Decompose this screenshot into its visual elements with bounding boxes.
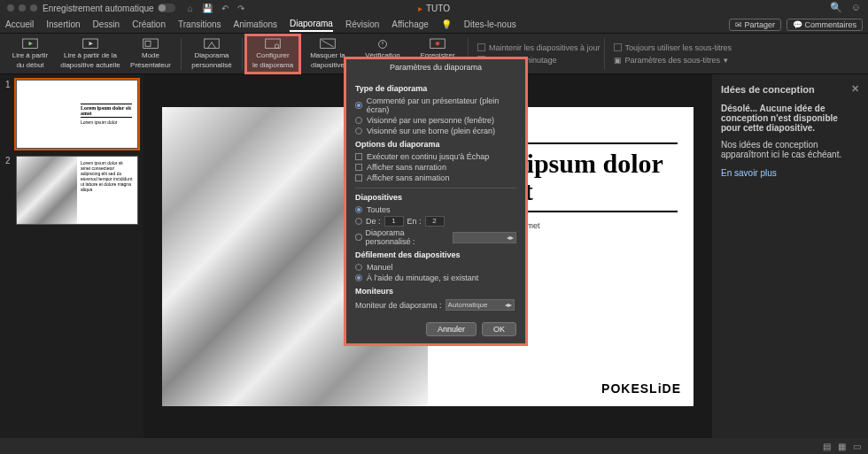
share-button[interactable]: ✉ Partager <box>729 19 781 31</box>
section-monitors: Moniteurs <box>355 287 516 296</box>
home-icon[interactable]: ⌂ <box>188 4 193 13</box>
opt-manual[interactable]: Manuel <box>355 262 516 273</box>
opt-individual[interactable]: Visionné par une personne (fenêtre) <box>355 115 516 126</box>
tab-insertion[interactable]: Insertion <box>46 18 80 31</box>
opt-custom[interactable]: Diaporama personnalisé :◂▸ <box>355 227 516 247</box>
subtitle-settings-button[interactable]: ▣Paramètres des sous-titres ▾ <box>614 56 732 65</box>
design-ideas-panel: Idées de conception✕ Désolé... Aucune id… <box>712 74 868 438</box>
smiley-icon[interactable]: ☺ <box>851 2 861 13</box>
opt-range[interactable]: De :1En :2 <box>355 215 516 227</box>
section-advance: Défilement des diapositives <box>355 250 516 259</box>
title-bar: Enregistrement automatique ⌂ 💾 ↶ ↷ ▸TUTO… <box>0 0 868 16</box>
setup-slideshow-button[interactable]: Configurerle diaporama <box>246 35 299 73</box>
close-panel-icon[interactable]: ✕ <box>851 83 859 95</box>
presenter-mode-button[interactable]: ModePrésentateur <box>124 35 177 73</box>
window-controls[interactable] <box>7 4 37 12</box>
cancel-button[interactable]: Annuler <box>426 322 477 336</box>
file-name: TUTO <box>426 4 450 13</box>
view-normal-icon[interactable]: ▦ <box>838 442 846 451</box>
tab-transitions[interactable]: Transitions <box>178 18 221 31</box>
thumb-number: 1 <box>5 80 12 149</box>
learn-more-link[interactable]: En savoir plus <box>721 168 859 178</box>
monitor-label: Moniteur de diaporama : <box>355 301 442 310</box>
tell-me[interactable]: Dites-le-nous <box>464 18 516 31</box>
slide-thumbnail-1[interactable]: Lorem ipsum dolor sit ametLorem ipsum do… <box>16 80 138 149</box>
ribbon-tabs: Accueil Insertion Dessin Création Transi… <box>0 16 868 34</box>
tab-animations[interactable]: Animations <box>234 18 277 31</box>
redo-icon[interactable]: ↷ <box>237 4 244 13</box>
ok-button[interactable]: OK <box>482 322 516 336</box>
thumb-number: 2 <box>5 156 12 225</box>
panel-title: Idées de conception <box>721 84 815 95</box>
svg-point-6 <box>275 44 279 49</box>
to-field[interactable]: 2 <box>425 216 445 227</box>
keep-updated-checkbox[interactable]: Maintenir les diapositives à jour <box>477 43 601 52</box>
tab-dessin[interactable]: Dessin <box>93 18 120 31</box>
panel-message: Désolé... Aucune idée de conception n'es… <box>721 104 859 133</box>
monitor-select[interactable]: Automatique◂▸ <box>446 299 515 311</box>
slide-brand: POKESLiDE <box>601 381 681 396</box>
opt-loop[interactable]: Exécuter en continu jusqu'à Échap <box>355 151 516 162</box>
notes-icon[interactable]: ▤ <box>823 442 831 451</box>
section-options: Options du diaporama <box>355 140 516 149</box>
play-from-current-button[interactable]: Lire à partir de ladiapositive actuelle <box>58 35 122 73</box>
svg-point-12 <box>436 42 440 46</box>
slide-thumbnail-2[interactable]: Lorem ipsum dolor sit amet consectetur a… <box>16 156 138 225</box>
tab-creation[interactable]: Création <box>132 18 166 31</box>
tab-revision[interactable]: Révision <box>345 18 379 31</box>
from-field[interactable]: 1 <box>384 216 404 227</box>
opt-kiosk[interactable]: Visionné sur une borne (plein écran) <box>355 126 516 136</box>
play-from-start-button[interactable]: Lire à partirdu début <box>4 35 57 73</box>
tab-diaporama[interactable]: Diaporama <box>290 17 333 32</box>
view-slideshow-icon[interactable]: ▭ <box>853 442 861 451</box>
opt-presenter[interactable]: Commenté par un présentateur (plein écra… <box>355 96 516 115</box>
slide-thumbnails: 1 Lorem ipsum dolor sit ametLorem ipsum … <box>0 74 143 438</box>
always-subtitles-checkbox[interactable]: Toujours utiliser les sous-titres <box>614 43 732 52</box>
svg-rect-4 <box>205 39 220 49</box>
opt-all[interactable]: Toutes <box>355 204 516 215</box>
search-icon[interactable]: 🔍 <box>830 2 842 13</box>
svg-rect-3 <box>145 41 151 46</box>
custom-select[interactable]: ◂▸ <box>453 232 516 243</box>
section-slides: Diapositives <box>355 193 516 202</box>
custom-slideshow-button[interactable]: Diaporamapersonnalisé <box>185 35 238 73</box>
slideshow-settings-dialog: Paramètres du diaporama Type de diaporam… <box>344 57 528 346</box>
file-icon: ▸ <box>418 4 422 13</box>
comments-button[interactable]: 💬 Commentaires <box>787 19 863 31</box>
dialog-title: Paramètres du diaporama <box>346 59 525 75</box>
opt-timing[interactable]: À l'aide du minutage, si existant <box>355 273 516 283</box>
autosave-toggle[interactable] <box>158 4 175 12</box>
panel-hint: Nos idées de conception apparaîtront ici… <box>721 140 859 159</box>
autosave-label: Enregistrement automatique <box>43 4 154 13</box>
tab-accueil[interactable]: Accueil <box>5 18 34 31</box>
svg-rect-5 <box>266 39 281 49</box>
opt-no-animation[interactable]: Afficher sans animation <box>355 173 516 183</box>
status-bar: ▤ ▦ ▭ <box>0 438 868 454</box>
tab-affichage[interactable]: Affichage <box>391 18 429 31</box>
svg-line-8 <box>322 40 334 47</box>
opt-no-narration[interactable]: Afficher sans narration <box>355 162 516 173</box>
section-type: Type de diaporama <box>355 84 516 93</box>
undo-icon[interactable]: ↶ <box>221 4 229 13</box>
save-icon[interactable]: 💾 <box>202 4 213 13</box>
